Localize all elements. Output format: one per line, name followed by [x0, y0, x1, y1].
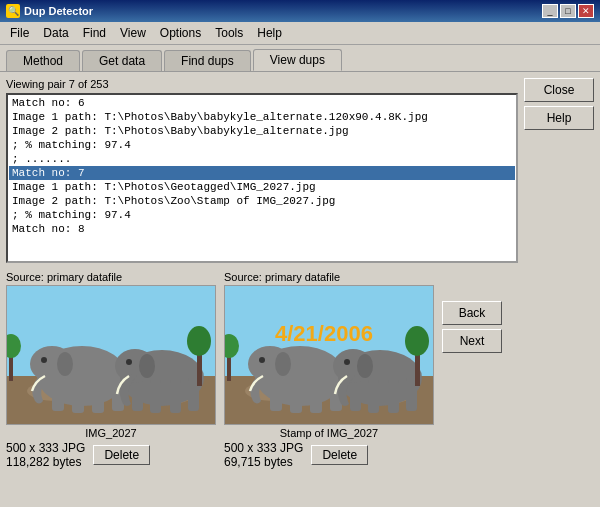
title-bar-left: 🔍 Dup Detector	[6, 4, 93, 18]
svg-point-11	[57, 352, 73, 376]
svg-rect-6	[72, 378, 84, 413]
image2-panel: Source: primary datafile	[224, 271, 434, 469]
menu-file[interactable]: File	[4, 24, 35, 42]
svg-point-10	[41, 357, 47, 363]
image1-delete-button[interactable]: Delete	[93, 445, 150, 465]
window-close-button[interactable]: ✕	[578, 4, 594, 18]
elephant-svg-1	[7, 286, 216, 425]
svg-point-35	[275, 352, 291, 376]
image1-source-label: Source: primary datafile	[6, 271, 122, 283]
image1-bytes: 118,282 bytes	[6, 455, 85, 469]
image1-filename: IMG_2027	[6, 427, 216, 439]
minimize-button[interactable]: _	[542, 4, 558, 18]
image1-dimensions: 500 x 333 JPG	[6, 441, 85, 455]
list-item[interactable]: Image 1 path: T:\Photos\Baby\babykyle_al…	[9, 110, 515, 124]
viewing-label: Viewing pair 7 of 253	[6, 78, 518, 90]
elephant-svg-2: 4/21/2006	[225, 286, 434, 425]
help-button[interactable]: Help	[524, 106, 594, 130]
tab-get-data[interactable]: Get data	[82, 50, 162, 71]
svg-rect-7	[92, 378, 104, 413]
svg-rect-14	[150, 380, 161, 413]
image2-bytes: 69,715 bytes	[224, 455, 303, 469]
menu-view[interactable]: View	[114, 24, 152, 42]
title-bar: 🔍 Dup Detector _ □ ✕	[0, 0, 600, 22]
tab-method[interactable]: Method	[6, 50, 80, 71]
image2-dimensions: 500 x 333 JPG	[224, 441, 303, 455]
menu-find[interactable]: Find	[77, 24, 112, 42]
image1-info: 500 x 333 JPG 118,282 bytes	[6, 441, 85, 469]
svg-rect-15	[170, 380, 181, 413]
svg-text:4/21/2006: 4/21/2006	[275, 321, 373, 346]
tab-find-dups[interactable]: Find dups	[164, 50, 251, 71]
list-item[interactable]: Match no: 8	[9, 222, 515, 236]
svg-point-43	[357, 354, 373, 378]
menu-data[interactable]: Data	[37, 24, 74, 42]
list-item[interactable]: Match no: 6	[9, 96, 515, 110]
list-item[interactable]: ; % matching: 97.4	[9, 138, 515, 152]
match-list[interactable]: Match no: 6 Image 1 path: T:\Photos\Baby…	[6, 93, 518, 263]
image1-container	[6, 285, 216, 425]
svg-point-34	[259, 357, 265, 363]
menu-tools[interactable]: Tools	[209, 24, 249, 42]
svg-point-45	[405, 326, 429, 356]
app-icon: 🔍	[6, 4, 20, 18]
close-button[interactable]: Close	[524, 78, 594, 102]
svg-rect-39	[388, 380, 399, 413]
menu-bar: File Data Find View Options Tools Help	[0, 22, 600, 45]
list-item-selected[interactable]: Match no: 7	[9, 166, 515, 180]
svg-rect-30	[290, 378, 302, 413]
image1-panel: Source: primary datafile	[6, 271, 216, 469]
app-title: Dup Detector	[24, 5, 93, 17]
svg-point-42	[344, 359, 350, 365]
svg-point-18	[126, 359, 132, 365]
menu-help[interactable]: Help	[251, 24, 288, 42]
next-button[interactable]: Next	[442, 329, 502, 353]
svg-point-21	[187, 326, 211, 356]
image2-info: 500 x 333 JPG 69,715 bytes	[224, 441, 303, 469]
list-item[interactable]: ; % matching: 97.4	[9, 208, 515, 222]
image2-filename: Stamp of IMG_2027	[224, 427, 434, 439]
tab-view-dups[interactable]: View dups	[253, 49, 342, 71]
image2-actions: 500 x 333 JPG 69,715 bytes Delete	[224, 441, 368, 469]
list-item[interactable]: Image 1 path: T:\Photos\Geotagged\IMG_20…	[9, 180, 515, 194]
maximize-button[interactable]: □	[560, 4, 576, 18]
tab-bar: Method Get data Find dups View dups	[0, 45, 600, 71]
title-controls: _ □ ✕	[542, 4, 594, 18]
svg-rect-38	[368, 380, 379, 413]
image2-container: 4/21/2006	[224, 285, 434, 425]
list-item[interactable]: ; .......	[9, 152, 515, 166]
back-button[interactable]: Back	[442, 301, 502, 325]
list-item[interactable]: Image 2 path: T:\Photos\Baby\babykyle_al…	[9, 124, 515, 138]
image2-delete-button[interactable]: Delete	[311, 445, 368, 465]
svg-point-19	[139, 354, 155, 378]
image2-source-label: Source: primary datafile	[224, 271, 340, 283]
image1-actions: 500 x 333 JPG 118,282 bytes Delete	[6, 441, 150, 469]
nav-buttons: Back Next	[442, 271, 502, 353]
right-panel: Close Help	[524, 78, 594, 263]
list-item[interactable]: Image 2 path: T:\Photos\Zoo\Stamp of IMG…	[9, 194, 515, 208]
svg-rect-31	[310, 378, 322, 413]
left-panel: Viewing pair 7 of 253 Match no: 6 Image …	[6, 78, 518, 263]
menu-options[interactable]: Options	[154, 24, 207, 42]
